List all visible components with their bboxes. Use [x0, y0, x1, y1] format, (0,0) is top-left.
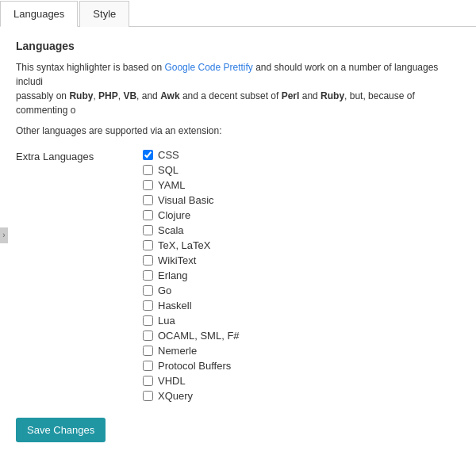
- language-item-tex-latex: TeX, LaTeX: [143, 239, 240, 251]
- language-item-css: CSS: [143, 149, 240, 161]
- checkbox-visual-basic[interactable]: [143, 195, 153, 205]
- language-item-haskell: Haskell: [143, 300, 240, 311]
- checkbox-vhdl[interactable]: [143, 376, 153, 386]
- checkbox-haskell[interactable]: [143, 300, 153, 311]
- checkbox-protocol-buffers[interactable]: [143, 361, 153, 371]
- checkbox-clojure[interactable]: [143, 210, 153, 220]
- label-erlang[interactable]: Erlang: [158, 269, 188, 281]
- checkbox-tex-latex[interactable]: [143, 240, 153, 250]
- main-container: Languages Style Languages This syntax hi…: [0, 0, 476, 470]
- checkbox-xquery[interactable]: [143, 391, 153, 401]
- checkbox-ocaml[interactable]: [143, 331, 153, 341]
- language-item-nemerle: Nemerle: [143, 345, 240, 357]
- label-xquery[interactable]: XQuery: [158, 390, 193, 402]
- label-sql[interactable]: SQL: [158, 164, 178, 176]
- description-text: This syntax highlighter is based on Goog…: [16, 60, 460, 117]
- language-item-go: Go: [143, 285, 240, 296]
- label-clojure[interactable]: Clojure: [158, 209, 190, 221]
- tab-languages[interactable]: Languages: [0, 1, 78, 27]
- label-css[interactable]: CSS: [158, 149, 179, 161]
- sub-description: Other languages are supported via an ext…: [16, 125, 460, 136]
- tabs-bar: Languages Style: [0, 0, 476, 27]
- label-wikitext[interactable]: WikiText: [158, 254, 196, 266]
- save-changes-button[interactable]: Save Changes: [16, 418, 106, 442]
- label-tex-latex[interactable]: TeX, LaTeX: [158, 239, 211, 251]
- google-prettify-link[interactable]: Google Code Prettify: [164, 62, 252, 73]
- label-vhdl[interactable]: VHDL: [158, 375, 186, 387]
- language-item-ocaml: OCAML, SML, F#: [143, 330, 240, 342]
- label-ocaml[interactable]: OCAML, SML, F#: [158, 330, 240, 342]
- language-item-clojure: Clojure: [143, 209, 240, 221]
- content-area: Languages This syntax highlighter is bas…: [0, 27, 476, 455]
- language-item-xquery: XQuery: [143, 390, 240, 402]
- checkbox-sql[interactable]: [143, 165, 153, 175]
- languages-row: Extra Languages CSSSQLYAMLVisual BasicCl…: [16, 149, 460, 402]
- label-scala[interactable]: Scala: [158, 224, 184, 236]
- checkboxes-list: CSSSQLYAMLVisual BasicClojureScalaTeX, L…: [143, 149, 240, 402]
- checkbox-nemerle[interactable]: [143, 346, 153, 356]
- label-lua[interactable]: Lua: [158, 315, 175, 327]
- label-visual-basic[interactable]: Visual Basic: [158, 194, 214, 206]
- language-item-vhdl: VHDL: [143, 375, 240, 387]
- language-item-wikitext: WikiText: [143, 254, 240, 266]
- checkbox-scala[interactable]: [143, 225, 153, 235]
- checkbox-go[interactable]: [143, 285, 153, 296]
- extra-languages-label: Extra Languages: [16, 149, 143, 162]
- language-item-visual-basic: Visual Basic: [143, 194, 240, 206]
- language-item-yaml: YAML: [143, 179, 240, 191]
- label-yaml[interactable]: YAML: [158, 179, 185, 191]
- checkbox-wikitext[interactable]: [143, 255, 153, 266]
- sidebar-arrow[interactable]: ›: [0, 227, 8, 243]
- label-go[interactable]: Go: [158, 285, 171, 296]
- tab-style[interactable]: Style: [79, 1, 129, 27]
- language-item-protocol-buffers: Protocol Buffers: [143, 360, 240, 372]
- checkbox-erlang[interactable]: [143, 270, 153, 281]
- label-nemerle[interactable]: Nemerle: [158, 345, 197, 357]
- label-protocol-buffers[interactable]: Protocol Buffers: [158, 360, 231, 372]
- checkbox-yaml[interactable]: [143, 180, 153, 190]
- checkbox-css[interactable]: [143, 150, 153, 160]
- section-title: Languages: [16, 40, 460, 52]
- language-item-erlang: Erlang: [143, 269, 240, 281]
- language-item-scala: Scala: [143, 224, 240, 236]
- language-item-lua: Lua: [143, 315, 240, 327]
- label-haskell[interactable]: Haskell: [158, 300, 192, 311]
- language-item-sql: SQL: [143, 164, 240, 176]
- checkbox-lua[interactable]: [143, 315, 153, 326]
